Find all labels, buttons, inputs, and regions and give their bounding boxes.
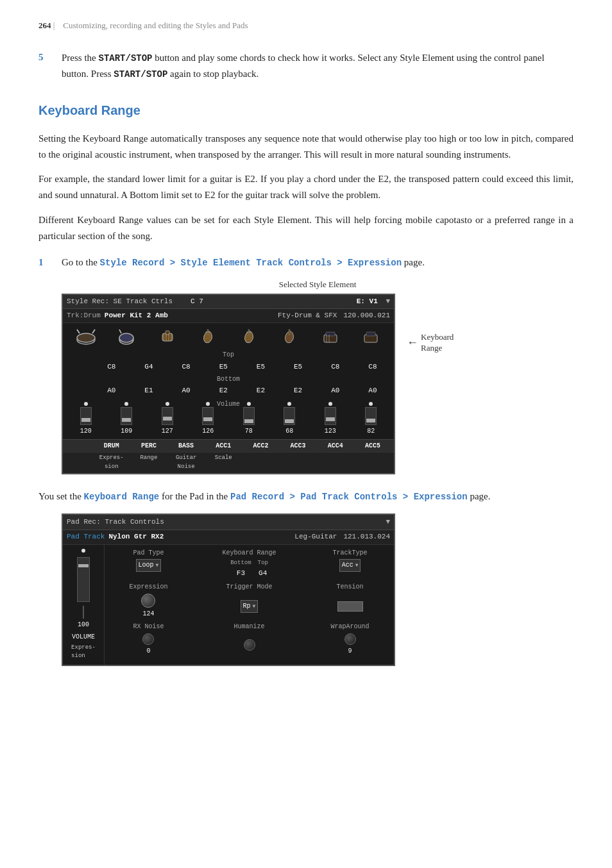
top-label: Top xyxy=(65,350,391,360)
vol-num-acc2: 78 xyxy=(245,426,253,437)
expression-knob[interactable] xyxy=(141,594,155,608)
pad-type-val: Loop xyxy=(139,560,154,571)
svg-point-1 xyxy=(77,333,95,342)
vol-num-bass: 127 xyxy=(162,426,173,437)
acc1-icon xyxy=(195,327,221,347)
pad-rec-header: Pad Rec: Track Controls ▼ xyxy=(63,515,394,530)
btn-guitar-noise[interactable]: GuitarNoise xyxy=(167,454,205,472)
slider-thumb-acc4 xyxy=(326,417,335,421)
volume-section: Volume 120 109 xyxy=(63,398,394,439)
vol-slider-acc3: 68 xyxy=(270,402,309,437)
svg-line-2 xyxy=(77,330,80,333)
style-rec-screen: Style Rec: SE Track Ctrls C 7 E: V1 ▼ Tr… xyxy=(62,294,395,474)
kb-range-label: Keyboard Range xyxy=(222,548,276,558)
kb-top-sublabel: Top xyxy=(258,559,268,568)
bottom-buttons-row: Expres-sion Range GuitarNoise Scale xyxy=(63,452,394,473)
keyboard-range-annotation: ← KeyboardRange xyxy=(407,332,454,354)
pad-track-name: Nylon Gtr RX2 xyxy=(108,531,164,542)
pad-vol-line xyxy=(83,606,84,619)
svg-point-5 xyxy=(119,333,133,342)
track-name-acc1: ACC1 xyxy=(205,441,242,451)
top-values-row: C8 G4 C8 E5 E5 E5 C8 C8 xyxy=(65,361,391,373)
humanize-knob[interactable] xyxy=(244,639,255,651)
slider-track-drum xyxy=(80,407,92,425)
trigger-mode-dropdown[interactable]: Rp ▼ xyxy=(241,600,259,613)
inst-acc3 xyxy=(270,327,309,347)
inst-acc1 xyxy=(189,327,227,347)
start-stop-ref-2: START/STOP xyxy=(114,69,167,79)
svg-rect-23 xyxy=(366,332,375,336)
rx-noise-label: RX Noise xyxy=(110,622,187,632)
pad-vol-value: 100 xyxy=(78,620,89,630)
acc4-icon xyxy=(318,327,343,347)
wraparound-val: 9 xyxy=(348,646,352,656)
track-name-drum: DRUM xyxy=(93,441,130,451)
step-5-number: 5 xyxy=(38,50,50,81)
svg-line-3 xyxy=(92,330,95,333)
vol-slider-acc5: 82 xyxy=(352,402,390,437)
vol-slider-acc4: 123 xyxy=(311,402,350,437)
diagram-area: Selected Style Element Style Rec: SE Tra… xyxy=(62,278,574,474)
vol-slider-drum: 120 xyxy=(67,402,105,437)
rx-noise-knob[interactable] xyxy=(142,633,154,645)
top-acc2: E5 xyxy=(242,362,279,372)
vol-slider-acc2: 78 xyxy=(230,402,268,437)
perc-icon xyxy=(114,327,139,347)
step-5-block: 5 Press the START/STOP button and play s… xyxy=(38,50,574,81)
drum-icon xyxy=(73,327,99,347)
slider-track-acc2 xyxy=(243,407,255,425)
btn-empty-3 xyxy=(317,454,354,472)
trigger-mode-arrow: ▼ xyxy=(253,603,256,610)
pad-volume-col: 100 VOLUME Expres-sion xyxy=(63,545,105,665)
top-acc5: C8 xyxy=(354,362,391,372)
bot-acc2: E2 xyxy=(242,385,279,396)
btn-expression[interactable]: Expres-sion xyxy=(93,454,130,472)
track-type-arrow: ▼ xyxy=(355,562,359,569)
btn-range[interactable]: Range xyxy=(130,454,167,472)
kb-range-values: Bottom F3 Top G4 xyxy=(230,559,268,579)
page-number: 264 xyxy=(38,21,51,30)
range-section: Top C8 G4 C8 E5 E5 E5 C8 C8 Bottom A0 E1 xyxy=(63,349,394,398)
slider-thumb-acc1 xyxy=(203,417,212,421)
bot-perc: E1 xyxy=(130,385,167,396)
track-name: Power Kit 2 Amb xyxy=(105,310,168,321)
pad-vol-slider xyxy=(77,557,90,602)
instruments-row xyxy=(63,323,394,349)
top-bass: C8 xyxy=(167,362,205,372)
inst-acc4 xyxy=(311,327,350,347)
pad-row3-labels: RX Noise Humanize WrapAround xyxy=(110,622,389,632)
page-header: 264 | Customizing, recording and editing… xyxy=(38,19,574,32)
track-label: Trk:Drum xyxy=(67,310,101,321)
track-type-dropdown[interactable]: Acc ▼ xyxy=(339,559,361,572)
pad-main-area: 100 VOLUME Expres-sion Pad Type Loop ▼ xyxy=(63,545,394,665)
kb-range-section: Keyboard Range Bottom F3 Top G4 xyxy=(191,548,307,579)
track-type-val: Acc xyxy=(342,560,353,571)
pad-type-dropdown[interactable]: Loop ▼ xyxy=(136,559,162,572)
slider-thumb-acc2 xyxy=(244,419,253,423)
btn-scale[interactable]: Scale xyxy=(205,454,242,472)
bot-acc5: A0 xyxy=(354,385,391,396)
pad-row1: Pad Type Loop ▼ Keyboard Range Bottom F3 xyxy=(110,548,389,579)
svg-rect-19 xyxy=(326,332,335,336)
svg-line-6 xyxy=(119,330,121,333)
pad-content-area: Pad Type Loop ▼ Keyboard Range Bottom F3 xyxy=(105,545,394,665)
wraparound-knob[interactable] xyxy=(344,633,356,645)
acc5-icon xyxy=(358,327,384,347)
slider-track-perc xyxy=(121,407,132,425)
pad-row3-vals: 0 9 xyxy=(110,633,389,656)
slider-thumb-perc xyxy=(122,418,131,422)
track-type-label: TrackType xyxy=(333,548,368,558)
kb-bottom-val: F3 xyxy=(230,568,251,579)
track-name-acc3: ACC3 xyxy=(280,441,317,451)
kb-range-inline: Keyboard Range xyxy=(84,492,160,502)
step-1-text: Go to the Style Record > Style Element T… xyxy=(62,255,425,271)
inst-bass xyxy=(148,327,187,347)
tension-box xyxy=(337,601,363,612)
pad-bottom-label: Expres-sion xyxy=(71,644,96,662)
inst-perc xyxy=(107,327,146,347)
inst-acc5 xyxy=(352,327,390,347)
page-header-text: Customizing, recording and editing the S… xyxy=(63,21,248,30)
humanize-label: Humanize xyxy=(191,622,307,632)
screen-track-row: Trk:Drum Power Kit 2 Amb Fty-Drum & SFX … xyxy=(63,309,394,323)
vol-num-acc4: 123 xyxy=(325,426,336,437)
